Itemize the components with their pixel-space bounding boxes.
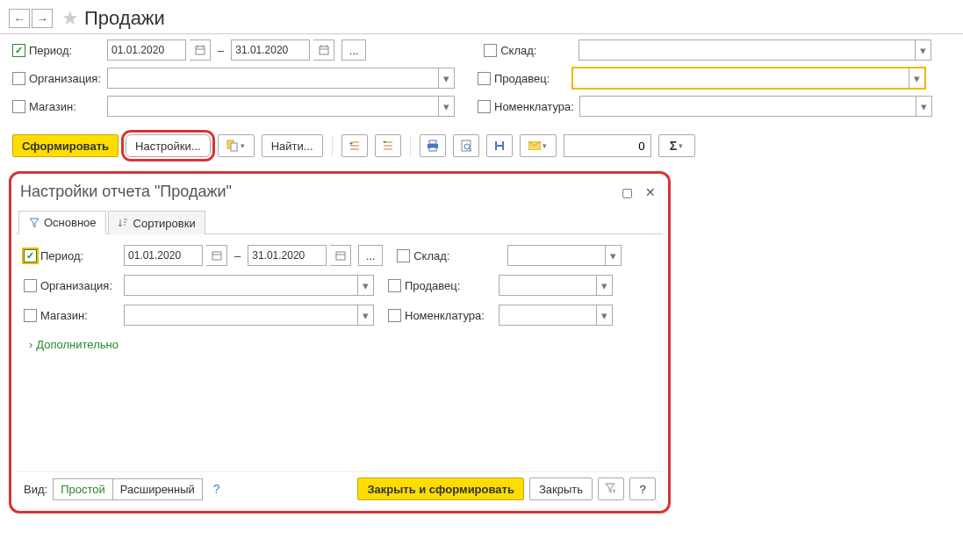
chevron-down-icon[interactable]: ▾ bbox=[915, 40, 931, 60]
calendar-icon[interactable] bbox=[190, 39, 211, 61]
print-button[interactable] bbox=[420, 134, 446, 157]
close-generate-button[interactable]: Закрыть и сформировать bbox=[357, 477, 524, 500]
svg-rect-30 bbox=[212, 252, 221, 260]
modal-store-checkbox[interactable] bbox=[24, 309, 37, 322]
chevron-down-icon[interactable]: ▾ bbox=[357, 276, 373, 295]
save-button[interactable] bbox=[486, 134, 513, 157]
calendar-icon[interactable] bbox=[313, 39, 334, 61]
warehouse-label: Склад: bbox=[500, 44, 536, 57]
modal-store-combo[interactable]: ▾ bbox=[124, 305, 374, 326]
collapse-all-button[interactable] bbox=[375, 134, 401, 157]
calendar-icon[interactable] bbox=[206, 245, 227, 266]
number-input[interactable] bbox=[564, 134, 651, 157]
preview-button[interactable] bbox=[453, 134, 479, 157]
period-checkbox[interactable] bbox=[12, 44, 25, 57]
paste-dropdown-button[interactable]: ▾ bbox=[218, 134, 255, 157]
modal-org-checkbox[interactable] bbox=[24, 279, 37, 292]
modal-date-to-input[interactable]: 31.01.2020 bbox=[248, 245, 327, 266]
view-extended-option[interactable]: Расширенный bbox=[113, 479, 202, 499]
seller-checkbox[interactable] bbox=[478, 72, 491, 85]
period-more-button[interactable]: ... bbox=[341, 39, 366, 61]
date-dash: – bbox=[218, 44, 224, 57]
warehouse-checkbox[interactable] bbox=[484, 44, 497, 57]
sku-label: Номенклатура: bbox=[494, 100, 574, 113]
modal-period-checkbox[interactable] bbox=[24, 249, 37, 262]
settings-button[interactable]: Настройки... bbox=[126, 134, 211, 157]
modal-date-from-input[interactable]: 01.01.2020 bbox=[124, 245, 203, 266]
modal-period-more-button[interactable]: ... bbox=[358, 245, 383, 266]
tab-main-label: Основное bbox=[44, 216, 97, 229]
modal-warehouse-combo[interactable]: ▾ bbox=[507, 245, 622, 266]
nav-forward-button[interactable]: → bbox=[32, 9, 53, 28]
modal-sku-checkbox[interactable] bbox=[388, 309, 401, 322]
svg-rect-32 bbox=[336, 252, 345, 260]
chevron-down-icon[interactable]: ▾ bbox=[909, 68, 924, 88]
chevron-down-icon[interactable]: ▾ bbox=[596, 305, 612, 325]
modal-seller-label: Продавец: bbox=[405, 279, 460, 292]
svg-rect-9 bbox=[231, 143, 237, 151]
store-checkbox[interactable] bbox=[12, 100, 25, 113]
sku-combo[interactable]: ▾ bbox=[579, 96, 932, 117]
view-toggle: Простой Расширенный bbox=[53, 478, 203, 500]
close-icon[interactable]: ✕ bbox=[645, 185, 656, 199]
chevron-down-icon[interactable]: ▾ bbox=[438, 97, 454, 116]
svg-rect-16 bbox=[429, 140, 436, 144]
chevron-down-icon[interactable]: ▾ bbox=[916, 97, 931, 116]
maximize-icon[interactable]: ▢ bbox=[622, 185, 633, 199]
store-combo[interactable]: ▾ bbox=[107, 96, 455, 117]
view-label: Вид: bbox=[24, 483, 47, 496]
sum-dropdown-button[interactable]: Σ ▾ bbox=[658, 134, 695, 157]
modal-store-label: Магазин: bbox=[40, 309, 88, 322]
find-button[interactable]: Найти... bbox=[262, 134, 323, 157]
filter-settings-button[interactable]: т bbox=[598, 477, 624, 500]
expand-all-button[interactable] bbox=[341, 134, 368, 157]
help-button[interactable]: ? bbox=[629, 477, 656, 500]
org-combo[interactable]: ▾ bbox=[107, 68, 455, 89]
expand-more-link[interactable]: › Дополнительно bbox=[24, 334, 656, 355]
sort-icon bbox=[118, 217, 130, 229]
org-checkbox[interactable] bbox=[12, 72, 25, 85]
period-label: Период: bbox=[29, 44, 72, 57]
modal-org-label: Организация: bbox=[40, 279, 112, 292]
help-link[interactable]: ? bbox=[213, 482, 220, 496]
modal-sku-combo[interactable]: ▾ bbox=[499, 305, 613, 326]
svg-text:т: т bbox=[613, 488, 616, 494]
date-to-input[interactable]: 31.01.2020 bbox=[231, 39, 310, 61]
org-label: Организация: bbox=[29, 72, 101, 85]
chevron-down-icon[interactable]: ▾ bbox=[438, 68, 454, 88]
modal-warehouse-label: Склад: bbox=[413, 249, 449, 262]
chevron-right-icon: › bbox=[29, 338, 32, 351]
modal-warehouse-checkbox[interactable] bbox=[397, 249, 410, 262]
seller-combo[interactable]: ▾ bbox=[572, 68, 925, 89]
modal-sku-label: Номенклатура: bbox=[405, 309, 485, 322]
email-dropdown-button[interactable]: ▾ bbox=[520, 134, 557, 157]
modal-period-label: Период: bbox=[40, 249, 83, 262]
star-icon[interactable]: ★ bbox=[61, 7, 79, 30]
nav-back-button[interactable]: ← bbox=[9, 9, 30, 28]
tab-sort-label: Сортировки bbox=[133, 217, 196, 230]
close-button[interactable]: Закрыть bbox=[529, 477, 593, 500]
page-title: Продажи bbox=[84, 7, 165, 30]
modal-org-combo[interactable]: ▾ bbox=[124, 275, 374, 296]
modal-seller-checkbox[interactable] bbox=[388, 279, 401, 292]
warehouse-combo[interactable]: ▾ bbox=[579, 39, 931, 61]
date-from-input[interactable]: 01.01.2020 bbox=[107, 39, 186, 61]
calendar-icon[interactable] bbox=[330, 245, 351, 266]
svg-rect-18 bbox=[429, 147, 436, 151]
modal-seller-combo[interactable]: ▾ bbox=[499, 275, 613, 296]
generate-button[interactable]: Сформировать bbox=[12, 134, 119, 157]
settings-modal: Настройки отчета "Продажи" ▢ ✕ Основное … bbox=[9, 171, 671, 513]
chevron-down-icon[interactable]: ▾ bbox=[605, 246, 621, 265]
svg-rect-24 bbox=[497, 147, 502, 150]
tab-main[interactable]: Основное bbox=[18, 211, 106, 234]
chevron-down-icon[interactable]: ▾ bbox=[357, 305, 373, 325]
filter-icon bbox=[28, 217, 40, 229]
sku-checkbox[interactable] bbox=[478, 100, 491, 113]
view-simple-option[interactable]: Простой bbox=[54, 479, 113, 499]
svg-rect-4 bbox=[320, 47, 328, 54]
svg-rect-0 bbox=[196, 47, 205, 54]
chevron-down-icon[interactable]: ▾ bbox=[596, 276, 612, 295]
modal-title: Настройки отчета "Продажи" bbox=[20, 183, 232, 201]
tab-sort[interactable]: Сортировки bbox=[108, 211, 205, 234]
seller-label: Продавец: bbox=[494, 72, 550, 85]
